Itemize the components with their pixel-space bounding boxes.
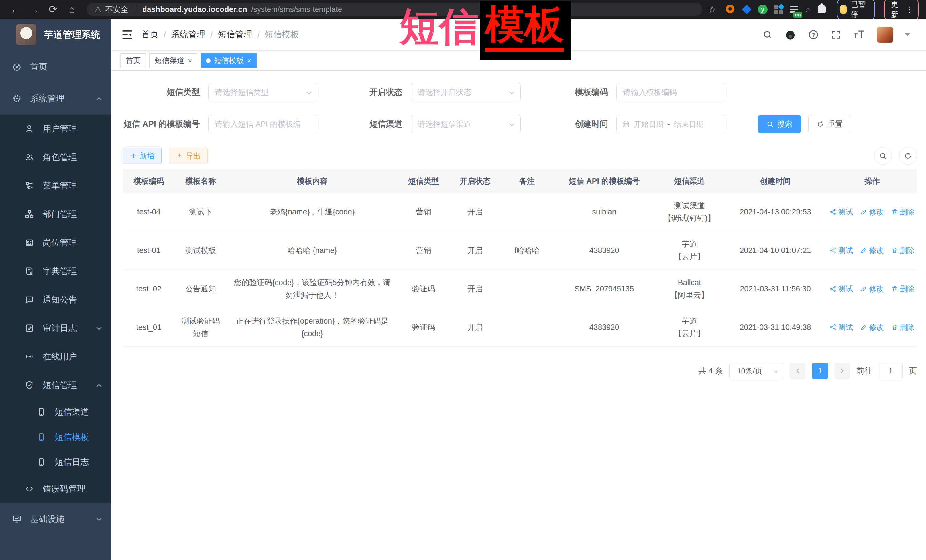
test-link[interactable]: 测试 — [830, 244, 853, 257]
sidebar-submenu-system: 用户管理 角色管理 菜单管理 部门管理 岗位管理 字典管理 — [0, 115, 111, 503]
active-dot-icon — [206, 58, 210, 63]
tab-sms-template[interactable]: 短信模板 × — [201, 53, 257, 68]
current-page-button[interactable]: 1 — [812, 363, 828, 379]
sidebar-item-sms-channel[interactable]: 短信渠道 — [0, 399, 111, 424]
browser-reload-icon[interactable]: ⟳ — [45, 4, 61, 15]
sidebar-item-notice[interactable]: 通知公告 — [0, 285, 111, 314]
sidebar-item-menus[interactable]: 菜单管理 — [0, 172, 111, 200]
browser-menu-icon[interactable]: ⋮ — [906, 5, 914, 14]
tab-home[interactable]: 首页 — [120, 53, 146, 68]
test-link[interactable]: 测试 — [830, 282, 853, 295]
chevron-down-icon — [96, 325, 101, 330]
tag-view-bar: 首页 短信渠道 × 短信模板 × — [111, 51, 926, 71]
close-icon[interactable]: × — [188, 57, 192, 65]
edit-link[interactable]: 修改 — [861, 282, 884, 295]
edit-link[interactable]: 修改 — [861, 206, 884, 218]
sidebar-item-system[interactable]: 系统管理 — [0, 83, 111, 115]
user-avatar[interactable] — [877, 27, 893, 43]
extension-ring-icon[interactable] — [726, 5, 735, 14]
delete-link[interactable]: 删除 — [891, 206, 915, 218]
sidebar-item-audit-log[interactable]: 审计日志 — [0, 314, 111, 343]
avatar-caret-icon[interactable] — [905, 33, 910, 38]
extension-magnifier-icon[interactable]: ⌕ — [806, 5, 811, 15]
edit-link[interactable]: 修改 — [861, 244, 884, 257]
breadcrumb-item[interactable]: 首页 — [141, 29, 159, 41]
tab-sms-channel[interactable]: 短信渠道 × — [149, 53, 197, 68]
help-icon[interactable]: ? — [808, 29, 819, 40]
sidebar-item-sms-template[interactable]: 短信模板 — [0, 424, 111, 450]
trash-icon — [891, 324, 898, 331]
bookmark-star-icon[interactable]: ☆ — [708, 4, 716, 15]
api-template-code-input[interactable] — [208, 115, 318, 133]
sidebar-item-infrastructure[interactable]: 基础设施 — [0, 503, 111, 535]
sms-type-select[interactable] — [208, 83, 318, 101]
browser-home-icon[interactable]: ⌂ — [64, 4, 80, 15]
goto-label: 前往 — [856, 365, 872, 376]
sidebar-logo[interactable]: 芋道管理系统 — [0, 19, 111, 51]
share-icon — [830, 208, 837, 215]
sidebar-item-sms-log[interactable]: 短信日志 — [0, 450, 111, 474]
breadcrumb-item[interactable]: 短信管理 — [218, 29, 252, 41]
sidebar-item-departments[interactable]: 部门管理 — [0, 200, 111, 228]
test-link[interactable]: 测试 — [830, 321, 853, 334]
font-size-icon[interactable] — [853, 30, 865, 40]
browser-toolbar: ← → ⟳ ⌂ ⚠ 不安全 dashboard.yudao.iocoder.cn… — [0, 0, 926, 19]
prev-page-button[interactable] — [790, 363, 806, 379]
sidebar-item-dict[interactable]: 字典管理 — [0, 257, 111, 285]
date-range-picker[interactable]: 开始日期 - 结束日期 — [616, 115, 726, 133]
url-divider — [135, 6, 135, 13]
delete-link[interactable]: 删除 — [891, 321, 915, 334]
extension-grid-icon[interactable] — [774, 5, 784, 14]
profile-paused-chip[interactable]: 已暂停 — [837, 0, 875, 22]
goto-page-input[interactable] — [879, 362, 903, 379]
gear-icon — [12, 94, 22, 103]
show-search-button[interactable] — [874, 147, 892, 165]
sidebar-item-online-users[interactable]: 在线用户 — [0, 343, 111, 371]
breadcrumb-item[interactable]: 系统管理 — [171, 29, 205, 41]
org-tree-icon — [24, 209, 34, 219]
message-bubble-icon — [24, 295, 34, 305]
share-icon — [830, 285, 837, 292]
export-button[interactable]: 导出 — [169, 148, 208, 164]
extension-list-icon[interactable]: on — [790, 5, 799, 14]
date-end-placeholder: 结束日期 — [674, 119, 704, 129]
test-link[interactable]: 测试 — [830, 206, 853, 218]
search-icon[interactable] — [763, 30, 773, 40]
fullscreen-icon[interactable] — [831, 30, 841, 40]
url-bar[interactable]: ⚠ 不安全 dashboard.yudao.iocoder.cn/system/… — [87, 3, 702, 16]
col-header: 模板内容 — [227, 169, 398, 193]
reset-button[interactable]: 重置 — [808, 115, 851, 133]
github-icon[interactable] — [785, 29, 796, 41]
browser-back-icon[interactable]: ← — [8, 4, 23, 15]
refresh-table-button[interactable] — [899, 147, 917, 165]
col-header: 模板名称 — [175, 169, 227, 193]
sidebar-collapse-icon[interactable] — [121, 30, 133, 40]
table-row: test-04 测试下 老鸡{name}，牛逼{code} 营销 开启 suib… — [123, 193, 917, 231]
sidebar-item-sms[interactable]: 短信管理 — [0, 371, 111, 399]
sidebar-item-posts[interactable]: 岗位管理 — [0, 228, 111, 257]
edit-link[interactable]: 修改 — [861, 321, 884, 334]
share-icon — [830, 324, 837, 331]
browser-forward-icon[interactable]: → — [26, 4, 42, 15]
header-actions: ? — [763, 27, 910, 43]
sidebar-item-roles[interactable]: 角色管理 — [0, 143, 111, 172]
sidebar-item-error-code[interactable]: 错误码管理 — [0, 474, 111, 503]
extension-pin-icon[interactable] — [742, 5, 752, 14]
add-button[interactable]: 新增 — [123, 148, 162, 164]
delete-link[interactable]: 删除 — [891, 244, 915, 257]
extension-y-icon[interactable]: y — [758, 5, 767, 14]
extension-puzzle-icon[interactable] — [817, 5, 826, 14]
edit-icon — [861, 247, 867, 254]
page-size-select[interactable]: 10条/页 — [729, 362, 784, 379]
channel-select[interactable] — [411, 115, 521, 133]
search-button[interactable]: 搜索 — [758, 115, 801, 133]
share-icon — [830, 247, 837, 254]
sidebar: 芋道管理系统 首页 系统管理 用户管理 角色管理 菜单管理 — [0, 19, 111, 560]
sidebar-item-home[interactable]: 首页 — [0, 51, 111, 83]
delete-link[interactable]: 删除 — [891, 282, 915, 295]
close-icon[interactable]: × — [247, 57, 251, 65]
template-code-input[interactable] — [616, 83, 726, 101]
status-select[interactable] — [411, 83, 521, 101]
next-page-button[interactable] — [834, 363, 850, 379]
sidebar-item-users[interactable]: 用户管理 — [0, 115, 111, 143]
